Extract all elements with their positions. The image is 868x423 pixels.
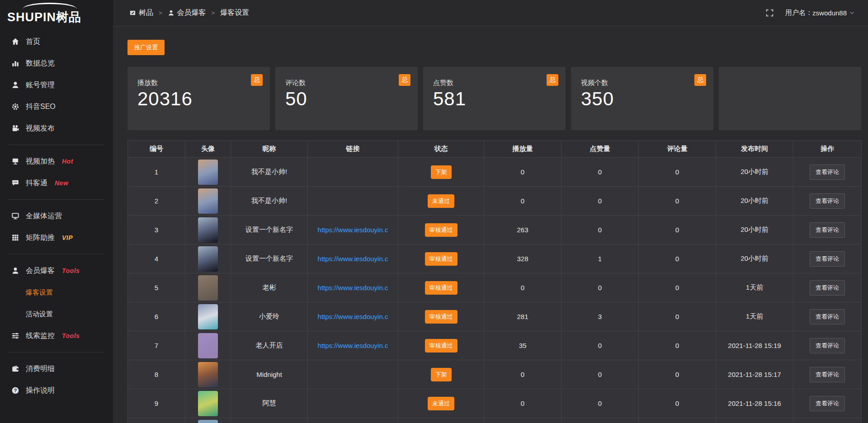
status-button[interactable]: 下架 [431,368,452,381]
view-comments-button[interactable]: 查看评论 [810,193,845,209]
sidebar-item-10[interactable]: 矩阵助推VIP [0,227,113,249]
sidebar-divider [8,199,105,200]
video-link[interactable]: https://www.iesdouyin.c [308,313,398,320]
status-button[interactable]: 下架 [431,165,452,179]
sidebar-item-15[interactable]: 消费明细 [0,358,113,380]
status-button[interactable]: 审核通过 [425,223,458,237]
view-comments-button[interactable]: 查看评论 [810,367,845,382]
cell-no: 9 [128,389,185,418]
cell-nickname: Midnight [231,360,308,389]
status-button[interactable]: 未通过 [428,397,454,410]
sidebar-item-6[interactable]: 视频加热Hot [0,150,113,172]
view-comments-button[interactable]: 查看评论 [810,338,845,353]
user-icon [11,81,19,89]
home-icon [11,38,19,46]
user-menu[interactable]: 用户名： zswodun88 [785,9,854,17]
status-button[interactable]: 审核通过 [425,339,458,352]
view-comments-button[interactable]: 查看评论 [810,251,845,267]
avatar [198,275,218,301]
grid-icon [11,234,19,242]
video-link[interactable]: https://www.iesdouyin.c [308,226,398,234]
sidebar-item-label: 抖客通 [26,179,47,188]
view-comments-button[interactable]: 查看评论 [810,396,845,411]
breadcrumb-item-1[interactable]: 会员爆客 [168,8,206,18]
cell-time: 1天前 [716,302,793,331]
cell-comments: 0 [639,158,716,187]
cell-time: 20小时前 [716,216,793,244]
person-icon [168,9,175,16]
cell-plays: 0 [484,158,561,187]
cell-time: 1天前 [716,273,793,302]
cell-plays: 35 [484,331,561,360]
breadcrumb-item-2[interactable]: 爆客设置 [220,8,249,18]
status-button[interactable]: 审核通过 [425,281,458,295]
view-comments-button[interactable]: 查看评论 [810,309,845,324]
total-badge: 总 [547,74,558,86]
cell-nickname: 我不是小帅! [231,187,308,216]
sidebar-item-9[interactable]: 全媒体运营 [0,205,113,227]
sidebar-item-1[interactable]: 数据总览 [0,52,113,74]
sidebar-item-label: 全媒体运营 [26,212,62,221]
status-button[interactable]: 未通过 [428,194,454,208]
sidebar-item-13[interactable]: 线索监控Tools [0,325,113,347]
status-button[interactable]: 审核通过 [425,252,458,266]
cell-comments: 0 [639,360,716,389]
cell-plays: 0 [484,389,561,418]
promo-settings-button[interactable]: 推广设置 [127,40,165,55]
table-row-partial [128,418,862,423]
cell-likes: 0 [561,360,639,389]
fullscreen-icon[interactable] [766,9,774,17]
stat-card-1: 评论数 50 总 [275,67,418,130]
status-button[interactable]: 审核通过 [425,310,458,324]
svg-text:?: ? [14,388,17,393]
table-header-row: 编号头像昵称链接状态播放量点赞量评论量发布时间操作 [128,141,862,158]
chevron-down-icon [849,10,854,15]
wallet-icon [11,365,19,373]
sidebar-item-0[interactable]: 首页 [0,31,113,52]
chart-icon [11,59,19,67]
table-row: 1 我不是小帅! 下架 0 0 0 20小时前 查看评论 [128,158,862,187]
total-badge: 总 [694,74,706,86]
video-link[interactable]: https://www.iesdouyin.c [308,284,398,291]
brand-logo: SHUPIN树品 [0,0,113,29]
cell-no: 2 [128,187,185,216]
sidebar-item-16[interactable]: ?操作说明 [0,380,113,401]
avatar [198,304,218,329]
screen-icon [11,157,19,165]
sidebar-item-label: 抖音SEO [26,102,56,112]
video-link[interactable]: https://www.iesdouyin.c [308,255,398,263]
table-row: 2 我不是小帅! 未通过 0 0 0 20小时前 查看评论 [128,187,862,216]
sidebar-subitem[interactable]: 爆客设置 [0,282,113,303]
cell-comments: 0 [639,302,716,331]
sidebar-item-label: 首页 [26,37,40,47]
column-header: 链接 [308,141,398,158]
sidebar-item-4[interactable]: 视频发布 [0,118,113,139]
table-row: 8 Midnight 下架 0 0 0 2021-11-28 15:17 查看评… [128,360,862,389]
view-comments-button[interactable]: 查看评论 [810,164,845,180]
sidebar-subitem[interactable]: 活动设置 [0,303,113,325]
sidebar-item-3[interactable]: 抖音SEO [0,96,113,118]
cell-plays: 328 [484,244,561,273]
sidebar-nav: 首页数据总览账号管理抖音SEO视频发布视频加热Hot抖客通New全媒体运营矩阵助… [0,29,113,401]
avatar [198,420,218,423]
sidebar-item-2[interactable]: 账号管理 [0,74,113,96]
sidebar-item-label: 数据总览 [26,59,55,68]
app-icon [129,9,136,16]
stat-card-value: 350 [581,88,703,110]
cell-comments: 0 [639,187,716,216]
view-comments-button[interactable]: 查看评论 [810,280,845,296]
video-link[interactable]: https://www.iesdouyin.c [308,342,398,349]
sidebar-divider [8,254,105,254]
stat-card-value: 20316 [137,88,260,110]
sidebar-item-12[interactable]: 会员爆客Tools [0,260,113,282]
table-body: 1 我不是小帅! 下架 0 0 0 20小时前 查看评论 2 我不是小帅! 未通… [128,158,862,423]
sidebar-item-7[interactable]: 抖客通New [0,172,113,194]
avatar [198,217,218,243]
stat-card-label: 播放数 [137,79,260,87]
view-comments-button[interactable]: 查看评论 [810,222,845,238]
sidebar-item-label: 操作说明 [26,386,55,395]
main-content: 推广设置 播放数 20316 总 评论数 50 总 点赞数 581 总 视频个数… [113,26,868,423]
breadcrumb-item-0[interactable]: 树品 [129,8,153,18]
sidebar-item-label: 会员爆客 [26,266,55,276]
table-row: 4 设置一个新名字 https://www.iesdouyin.c 审核通过 3… [128,244,862,273]
